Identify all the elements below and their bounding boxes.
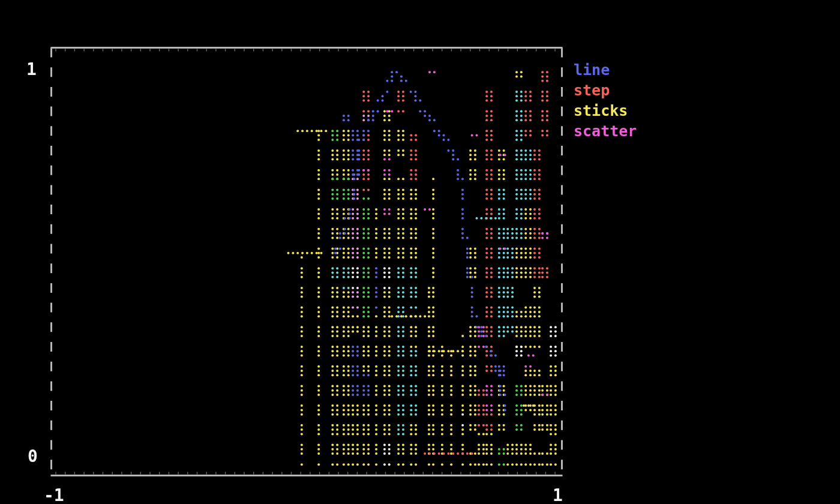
x-axis-left-tick-label: -1 xyxy=(44,487,64,504)
legend-item-line: line xyxy=(574,60,637,80)
legend-item-scatter: scatter xyxy=(574,121,637,142)
y-axis-bottom-tick-label: 0 xyxy=(28,448,38,465)
x-axis-right-tick-label: 1 xyxy=(553,487,563,504)
plot-canvas xyxy=(0,0,840,504)
y-axis-top-tick-label: 1 xyxy=(26,61,37,78)
legend-item-step: step xyxy=(574,80,637,101)
legend: line step sticks scatter xyxy=(574,60,637,142)
legend-item-sticks: sticks xyxy=(574,101,637,121)
terminal-plot-screen: 1 0 -1 1 line step sticks scatter xyxy=(0,0,840,504)
